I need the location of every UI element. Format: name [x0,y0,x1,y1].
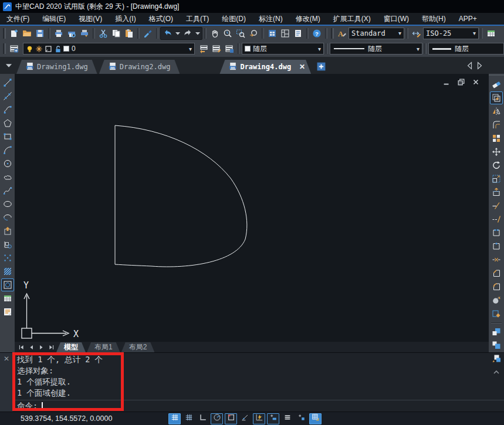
document-tab-Drawing2.dwg[interactable]: DWGDrawing2.dwg [99,60,180,74]
publish-button[interactable] [78,27,91,40]
new-button[interactable] [8,27,21,40]
layout-tab-布局1[interactable]: 布局1 [87,342,120,352]
point-button[interactable] [1,251,14,264]
ortho-toggle[interactable] [197,413,209,424]
command-area[interactable]: 找到 1 个, 总计 2 个选择对象:1 个循环提取.1 个面域创建. 命令: [13,353,504,412]
copy-clipboard-button[interactable] [110,27,123,40]
drawing-canvas[interactable]: Y X 模型布局1布局2 [15,74,489,352]
layout-nav-first-button[interactable] [16,343,26,352]
zoom-window-button[interactable] [234,27,247,40]
cut-button[interactable] [97,27,110,40]
layer-freeze-sun-icon[interactable] [35,45,45,53]
polyline-button[interactable] [1,103,14,116]
text-style-button[interactable]: A [336,27,349,40]
menu-item-窗口W[interactable]: 窗口(W) [377,13,415,25]
mtext-button[interactable] [1,305,14,318]
lineweight-display-toggle[interactable] [267,413,279,424]
menu-item-绘图D[interactable]: 绘图(D) [215,13,252,25]
layer-on-bulb-icon[interactable] [26,45,35,53]
draw-order-front-button[interactable] [490,325,503,338]
layer-states-button[interactable] [210,42,223,55]
circle-button[interactable] [1,157,14,170]
pan-button[interactable] [208,27,221,40]
viewports-button[interactable] [279,27,292,40]
layer-properties-button[interactable] [8,42,21,55]
lineweight-combo[interactable]: 随层 [428,43,504,55]
spline-button[interactable] [1,184,14,197]
undo-dropdown-button[interactable] [174,27,181,40]
menu-item-工具T[interactable]: 工具(T) [180,13,215,25]
break-button[interactable] [490,226,503,239]
block-editor-button[interactable] [490,307,503,320]
layer-combo[interactable]: 0▾ [23,43,195,55]
menu-item-格式O[interactable]: 格式(O) [143,13,180,25]
scale-button[interactable] [490,172,503,185]
redo-button[interactable] [181,27,194,40]
insert-block-button[interactable] [1,225,14,237]
document-tab-Drawing1.dwg[interactable]: DWGDrawing1.dwg [16,60,97,74]
copy-button[interactable] [490,91,503,104]
explode-button[interactable] [490,294,503,307]
menu-item-文件F[interactable]: 文件(F) [0,13,36,25]
paste-button[interactable] [123,27,136,40]
ellipse-button[interactable] [1,198,14,210]
stretch-button[interactable] [490,186,503,199]
layout-tab-模型[interactable]: 模型 [56,342,86,352]
command-prompt-line[interactable]: 命令: [13,400,504,412]
menu-item-视图V[interactable]: 视图(V) [72,13,109,25]
layer-plot-icon[interactable] [45,45,54,53]
minimize-button[interactable] [442,78,451,86]
layout-nav-previous-button[interactable] [26,343,36,352]
close-button[interactable] [471,78,481,86]
text-style-combo[interactable]: Standard▾ [349,28,404,39]
dynamic-input-toggle[interactable] [253,413,265,424]
polygon-button[interactable] [1,117,14,130]
status-menu-toggle[interactable] [281,413,293,424]
ellipse-arc-button[interactable] [1,211,14,224]
save-button[interactable] [33,27,46,40]
document-tab-Drawing4.dwg[interactable]: DWGDrawing4.dwg✕ [219,60,311,74]
color-combo[interactable]: 随层▾ [242,43,324,55]
draw-order-back-button[interactable] [490,339,503,352]
workspace-switch-toggle[interactable] [309,413,322,424]
region-button[interactable] [1,278,14,291]
grid-toggle[interactable] [182,413,195,424]
osnap-toggle[interactable] [225,413,237,424]
table-button[interactable] [1,292,14,305]
tab-scroll-left-button[interactable] [465,59,475,72]
layer-isolate-button[interactable] [223,42,236,55]
chamfer-button[interactable] [490,267,503,280]
linetype-combo[interactable]: 随层▾ [330,43,422,55]
menu-item-修改M[interactable]: 修改(M) [289,13,327,25]
redo-dropdown-button[interactable] [194,27,201,40]
plot-button[interactable] [52,27,65,40]
hatch-button[interactable] [1,265,14,278]
open-button[interactable] [21,27,33,40]
menu-item-扩展工具X[interactable]: 扩展工具(X) [327,13,377,25]
fillet-button[interactable] [490,280,503,293]
undo-button[interactable] [161,27,174,40]
plot-preview-button[interactable] [65,27,78,40]
join-button[interactable] [490,253,503,266]
command-close-icon[interactable]: ✕ [4,355,9,412]
line-button[interactable] [1,76,14,89]
layout-tab-布局2[interactable]: 布局2 [121,342,155,352]
offset-button[interactable] [490,118,503,131]
restore-button[interactable] [456,78,466,86]
construction-line-button[interactable] [1,90,14,103]
layer-previous-button[interactable] [197,42,210,55]
menu-item-帮助H[interactable]: 帮助(H) [415,13,452,25]
dim-style-button[interactable] [410,27,423,40]
break-at-point-button[interactable] [490,240,503,253]
sheet-set-button[interactable] [292,27,305,40]
layout-nav-next-button[interactable] [36,343,46,352]
region-d-shape[interactable] [15,74,489,342]
layer-unlock-icon[interactable] [54,45,63,53]
mirror-button[interactable] [490,105,503,118]
polar-toggle[interactable] [211,413,223,424]
menu-item-APP[interactable]: APP+ [452,13,483,24]
dim-style-combo[interactable]: ISO-25▾ [423,28,479,39]
rotate-button[interactable] [490,159,503,172]
new-tab-button[interactable] [315,60,327,72]
menu-item-标注N[interactable]: 标注(N) [252,13,289,25]
